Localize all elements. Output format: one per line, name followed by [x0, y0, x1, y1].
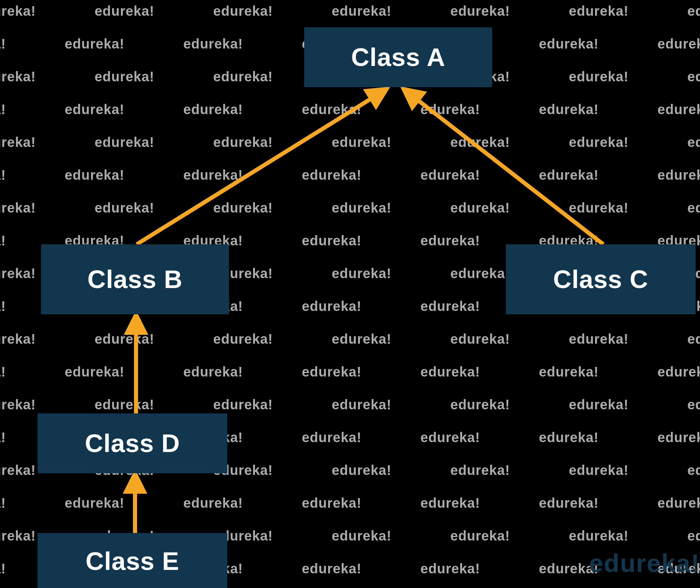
node-class-a: Class A [304, 27, 492, 87]
node-label: Class C [553, 265, 648, 294]
diagram-canvas: Class A Class B Class C Class D Class E [0, 0, 700, 588]
node-class-d: Class D [38, 413, 227, 473]
arrow-c-to-a [403, 89, 603, 244]
arrow-b-to-a [137, 89, 387, 244]
brand-logo: edureka! [589, 549, 700, 578]
node-label: Class D [85, 429, 180, 458]
node-label: Class B [88, 265, 183, 294]
node-label: Class A [351, 43, 445, 72]
node-class-e: Class E [38, 533, 227, 588]
node-class-c: Class C [506, 244, 696, 314]
node-class-b: Class B [41, 244, 229, 314]
node-label: Class E [85, 547, 179, 576]
